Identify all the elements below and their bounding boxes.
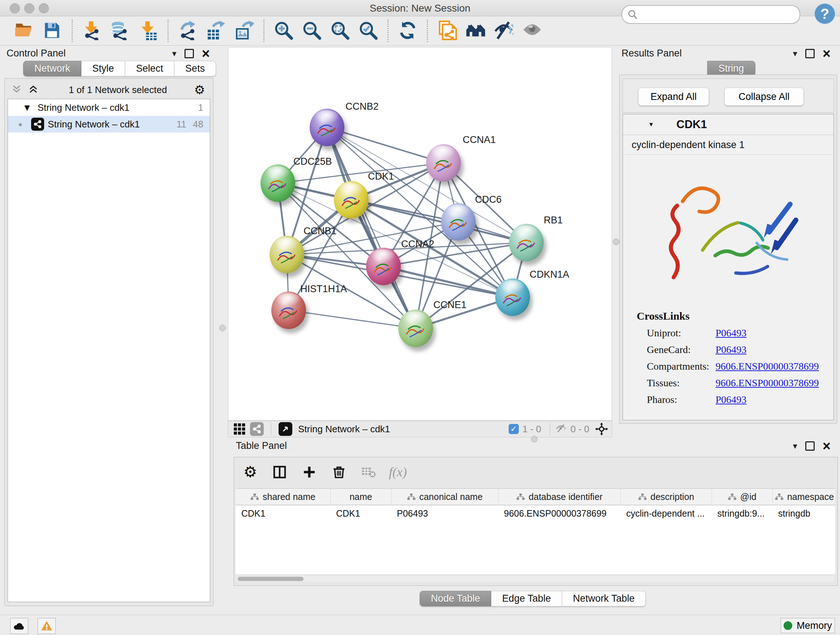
network-edge[interactable] — [327, 127, 444, 163]
expand-all-button[interactable]: Expand All — [638, 88, 709, 106]
cloud-status-button[interactable] — [10, 618, 28, 634]
network-node-cdc6[interactable] — [441, 203, 476, 241]
network-node-rb1[interactable] — [509, 224, 544, 261]
control-panel-menu-icon[interactable]: ▾ — [172, 49, 177, 59]
tab-network-table[interactable]: Network Table — [562, 591, 646, 606]
scrollbar-thumb[interactable] — [238, 577, 303, 581]
zoom-fit-content-button[interactable] — [328, 19, 352, 43]
column-header-name[interactable]: name — [330, 489, 391, 505]
collection-expander-icon[interactable]: ▼ — [22, 102, 32, 113]
search-input[interactable] — [641, 7, 794, 21]
import-network-from-database-button[interactable] — [108, 19, 132, 43]
network-collection-row[interactable]: ▼ String Network – cdk1 1 — [8, 99, 210, 116]
network-node-ccnb1[interactable] — [270, 236, 304, 273]
collapse-all-networks-icon[interactable] — [12, 84, 21, 95]
tab-edge-table[interactable]: Edge Table — [491, 591, 562, 606]
expand-all-networks-icon[interactable] — [28, 84, 38, 95]
protein-section-header[interactable]: ▼ CDK1 — [623, 114, 834, 135]
tab-style[interactable]: Style — [81, 61, 125, 76]
column-header-shared-name[interactable]: shared name — [235, 489, 330, 505]
tab-node-table[interactable]: Node Table — [420, 591, 491, 606]
results-panel-menu-icon[interactable]: ▾ — [793, 49, 797, 59]
network-options-gear-icon[interactable]: ⚙ — [194, 84, 205, 96]
bottom-splitter-handle[interactable] — [531, 436, 538, 442]
network-canvas[interactable]: CCNB2CCNA1CDC25BCDK1CDC6RB1CCNB1CCNA2CDK… — [228, 47, 612, 421]
open-session-button[interactable] — [12, 19, 36, 43]
delete-column-trash-icon[interactable] — [330, 464, 348, 480]
collapse-all-button[interactable]: Collapse All — [724, 88, 804, 106]
network-row-selected[interactable]: ● String Network – cdk1 11 48 — [8, 116, 210, 133]
network-node-cdc25b[interactable] — [261, 165, 295, 202]
network-node-ccna2[interactable] — [366, 248, 401, 285]
control-panel-close-icon[interactable]: × — [202, 50, 210, 57]
open-in-new-window-button[interactable] — [279, 422, 292, 436]
tab-string[interactable]: String — [707, 61, 755, 76]
zoom-in-button[interactable] — [272, 19, 295, 43]
function-builder-icon[interactable]: f(x) — [389, 464, 407, 480]
apply-preferred-layout-button[interactable] — [396, 19, 420, 43]
results-panel-close-icon[interactable]: × — [823, 50, 831, 57]
delete-table-icon[interactable] — [359, 464, 378, 480]
fit-selected-button[interactable] — [595, 423, 608, 435]
hide-selected-button[interactable] — [492, 19, 515, 43]
crosslink-link[interactable]: P06493 — [715, 327, 747, 339]
export-image-button[interactable] — [232, 19, 256, 43]
network-node-hist1h1a[interactable] — [271, 291, 306, 329]
table-cell[interactable]: CDK1 — [235, 505, 330, 521]
column-header-canonical-name[interactable]: canonical name — [391, 489, 498, 505]
create-column-plus-icon[interactable] — [300, 464, 319, 480]
network-edge[interactable] — [327, 127, 416, 328]
column-header-id[interactable]: @id — [712, 489, 772, 505]
network-edge[interactable] — [289, 310, 416, 328]
tab-sets[interactable]: Sets — [174, 61, 216, 76]
show-all-button[interactable] — [520, 19, 544, 43]
table-cell[interactable]: 9606.ENSP00000378699 — [498, 505, 621, 521]
column-header-namespace[interactable]: namespace — [772, 489, 836, 505]
export-table-button[interactable] — [204, 19, 228, 43]
results-panel-float-icon[interactable] — [805, 49, 815, 58]
warnings-button[interactable] — [38, 618, 56, 634]
birdseye-view-button[interactable] — [233, 423, 246, 435]
table-cell[interactable]: CDK1 — [330, 505, 391, 521]
column-header-database-identifier[interactable]: database identifier — [498, 489, 621, 505]
network-node-ccna1[interactable] — [426, 144, 461, 182]
table-cell[interactable]: stringdb:9... — [712, 505, 772, 521]
table-panel-menu-icon[interactable]: ▾ — [793, 441, 797, 451]
table-cell[interactable]: stringdb — [772, 505, 836, 521]
tab-select[interactable]: Select — [125, 61, 174, 76]
table-row[interactable]: CDK1CDK1P064939606.ENSP00000378699cyclin… — [235, 505, 835, 521]
network-node-cdk1[interactable] — [334, 181, 369, 219]
export-network-button[interactable] — [176, 19, 200, 43]
show-columns-icon[interactable] — [270, 464, 289, 480]
table-panel-close-icon[interactable]: × — [823, 442, 831, 450]
table-horizontal-scrollbar[interactable] — [236, 576, 835, 582]
memory-button[interactable]: Memory — [781, 618, 835, 633]
column-header-description[interactable]: description — [621, 489, 712, 505]
right-splitter-handle[interactable] — [613, 239, 619, 245]
first-neighbors-button[interactable] — [463, 19, 487, 43]
zoom-selected-button[interactable] — [356, 19, 380, 43]
table-options-gear-icon[interactable]: ⚙ — [241, 464, 259, 480]
network-edge[interactable] — [351, 200, 526, 242]
zoom-out-button[interactable] — [300, 19, 324, 43]
control-panel-float-icon[interactable] — [185, 49, 194, 58]
help-button[interactable]: ? — [815, 4, 835, 24]
network-node-cdkn1a[interactable] — [495, 279, 530, 316]
table-panel-float-icon[interactable] — [805, 441, 815, 451]
import-network-from-file-button[interactable] — [80, 19, 104, 43]
import-table-from-file-button[interactable] — [136, 19, 160, 43]
protein-expander-icon[interactable]: ▼ — [648, 121, 654, 128]
left-splitter-handle[interactable] — [219, 325, 226, 331]
tab-network[interactable]: Network — [23, 61, 81, 76]
table-cell[interactable]: cyclin-dependent ... — [621, 505, 712, 521]
crosslink-link[interactable]: P06493 — [715, 344, 747, 356]
string-panel-toggle-button[interactable] — [250, 422, 264, 436]
selected-checkbox-icon[interactable]: ✓ — [508, 424, 519, 434]
network-node-ccne1[interactable] — [398, 310, 433, 347]
crosslink-link[interactable]: 9606.ENSP00000378699 — [715, 377, 819, 389]
network-node-ccnb2[interactable] — [309, 109, 344, 146]
crosslink-link[interactable]: 9606.ENSP00000378699 — [715, 361, 819, 372]
crosslink-link[interactable]: P06493 — [715, 394, 747, 405]
table-cell[interactable]: P06493 — [391, 505, 498, 521]
save-session-button[interactable] — [41, 19, 65, 43]
